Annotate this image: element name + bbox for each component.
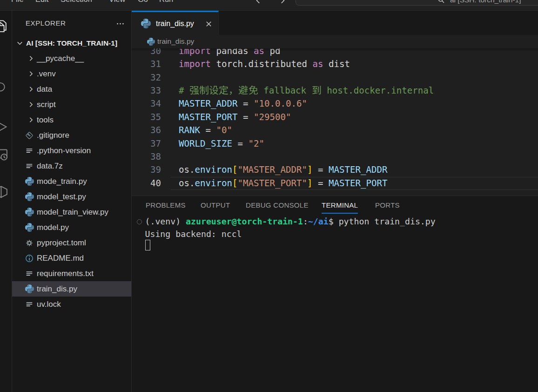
code-token: dist <box>323 59 350 69</box>
code-line-31: import torch.distributed as dist <box>179 58 350 71</box>
tree-file-model.py[interactable]: model.py <box>12 220 131 235</box>
search-icon <box>437 0 445 4</box>
activity-bar <box>0 11 12 392</box>
tree-file-README.md[interactable]: README.md <box>12 250 131 266</box>
explorer-icon[interactable] <box>0 19 9 34</box>
tab-train-dis[interactable]: train_dis.py <box>132 11 219 35</box>
tree-file-.python-version[interactable]: .python-version <box>12 143 131 158</box>
code-token: = <box>312 178 329 189</box>
extensions-icon[interactable] <box>0 185 9 200</box>
code-line-33: # fallback host.docker.internal <box>179 84 434 97</box>
command-center-label: ai [SSH: torch_train-1] <box>450 0 521 4</box>
menu-file[interactable]: File <box>11 0 24 4</box>
file-tree: AI [SSH: TORCH_TRAIN-1]__pycache__.venvd… <box>12 35 131 312</box>
breadcrumb-item[interactable]: train_dis.py <box>157 37 194 46</box>
text-file-icon <box>25 269 34 278</box>
file-label: train_dis.py <box>37 284 77 294</box>
code-token: MASTER_ADDR <box>179 98 237 109</box>
terminal-text-segment: Using backend: nccl <box>145 229 242 239</box>
file-label: pyproject.toml <box>37 238 86 248</box>
gear-file-icon <box>25 238 34 248</box>
code-line-35: MASTER_PORT = "29500" <box>179 111 291 124</box>
nav-forward-icon[interactable] <box>278 0 287 5</box>
code-token: torch.distributed <box>211 59 312 69</box>
tree-folder-__pycache__[interactable]: __pycache__ <box>12 51 131 66</box>
scroll-shadow <box>132 48 538 51</box>
explorer-sidebar: EXPLORER AI [SSH: TORCH_TRAIN-1]__pycach… <box>12 11 132 392</box>
code-token: "10.0.0.6" <box>254 98 307 109</box>
more-actions-icon[interactable] <box>116 19 125 28</box>
nav-back-icon[interactable] <box>254 0 262 5</box>
tree-folder-.venv[interactable]: .venv <box>12 66 131 81</box>
python-file-icon <box>25 223 34 232</box>
tree-file-pyproject.toml[interactable]: pyproject.toml <box>12 235 131 250</box>
panel-tab-ports[interactable]: PORTS <box>375 200 400 214</box>
file-label: .python-version <box>37 146 91 155</box>
line-number-32: 32 <box>132 71 161 84</box>
terminal-command-decoration-icon[interactable] <box>137 219 142 224</box>
remote-explorer-icon[interactable] <box>0 147 9 162</box>
code-token: "2" <box>248 138 264 149</box>
tree-folder-script[interactable]: script <box>12 97 131 112</box>
folder-label: __pycache__ <box>37 54 84 63</box>
tree-file-train_dis.py[interactable]: train_dis.py <box>12 281 131 297</box>
tree-file-model_train_view.py[interactable]: model_train_view.py <box>12 204 131 220</box>
python-file-icon <box>141 19 151 28</box>
code-line-34: MASTER_ADDR = "10.0.0.6" <box>179 97 307 110</box>
menu-go[interactable]: Go <box>138 0 148 4</box>
menu-view[interactable]: View <box>109 0 125 4</box>
tree-root-folder[interactable]: AI [SSH: TORCH_TRAIN-1] <box>12 35 131 51</box>
code-token: ] <box>307 164 313 175</box>
tree-file-requirements.txt[interactable]: requirements.txt <box>12 266 131 281</box>
chevron-right-icon <box>27 101 35 108</box>
terminal-text-segment: ~/ai <box>308 216 329 226</box>
code-token: environ <box>195 178 232 189</box>
breadcrumb[interactable]: train_dis.py <box>132 35 538 48</box>
chevron-right-icon <box>27 85 35 93</box>
terminal-cursor <box>145 240 151 251</box>
menu-run[interactable]: Run <box>159 0 173 4</box>
terminal-line: (.venv) azureuser@torch-train-1:~/ai$ py… <box>145 216 436 228</box>
panel-tab-output[interactable]: OUTPUT <box>201 200 230 214</box>
text-file-icon <box>25 146 34 155</box>
tree-file-model_test.py[interactable]: model_test.py <box>12 189 131 204</box>
chevron-right-icon <box>27 70 35 78</box>
panel-tab-problems[interactable]: PROBLEMS <box>146 200 186 214</box>
code-line-40: os.environ["MASTER_PORT"] = MASTER_PORT <box>179 177 387 190</box>
tree-file-data.7z[interactable]: data.7z <box>12 158 131 174</box>
tree-file-.gitignore[interactable]: .gitignore <box>12 128 131 143</box>
sidebar-header: EXPLORER <box>12 11 131 35</box>
code-token: "29500" <box>254 112 291 122</box>
code-editor[interactable]: 30import pandas as pd31import torch.dist… <box>132 35 538 196</box>
line-number-37: 37 <box>132 137 161 150</box>
terminal[interactable]: (.venv) azureuser@torch-train-1:~/ai$ py… <box>145 216 436 240</box>
root-folder-label: AI [SSH: TORCH_TRAIN-1] <box>26 39 117 47</box>
menu-edit[interactable]: Edit <box>35 0 48 4</box>
panel-tab-debug-console[interactable]: DEBUG CONSOLE <box>246 200 309 214</box>
code-token: = <box>237 98 254 109</box>
code-token: RANK <box>179 125 200 135</box>
code-token: "MASTER_ADDR" <box>237 164 307 175</box>
chevron-right-icon <box>27 116 35 124</box>
file-label: model_test.py <box>37 192 86 202</box>
menu-selection[interactable]: Selection <box>61 0 92 4</box>
line-number-34: 34 <box>132 97 161 110</box>
code-token: environ <box>195 164 232 175</box>
tree-folder-data[interactable]: data <box>12 81 131 97</box>
panel-tab-terminal[interactable]: TERMINAL <box>322 200 358 214</box>
folder-label: tools <box>37 115 54 125</box>
run-debug-icon[interactable] <box>0 119 9 135</box>
code-token: . <box>189 164 195 175</box>
tab-close-icon[interactable] <box>204 20 213 28</box>
terminal-text-segment: azureuser@torch-train-1 <box>186 216 303 226</box>
command-center[interactable]: ai [SSH: torch_train-1] <box>296 0 538 6</box>
tree-folder-tools[interactable]: tools <box>12 112 131 128</box>
code-token: WORLD_SIZE <box>179 138 232 149</box>
text-file-icon <box>25 162 34 171</box>
tree-file-mode_train.py[interactable]: mode_train.py <box>12 174 131 189</box>
explorer-title: EXPLORER <box>26 19 66 27</box>
code-token: [ <box>232 178 238 189</box>
search-view-icon[interactable] <box>0 81 9 96</box>
code-token: . <box>189 178 195 189</box>
tree-file-uv.lock[interactable]: uv.lock <box>12 297 131 312</box>
